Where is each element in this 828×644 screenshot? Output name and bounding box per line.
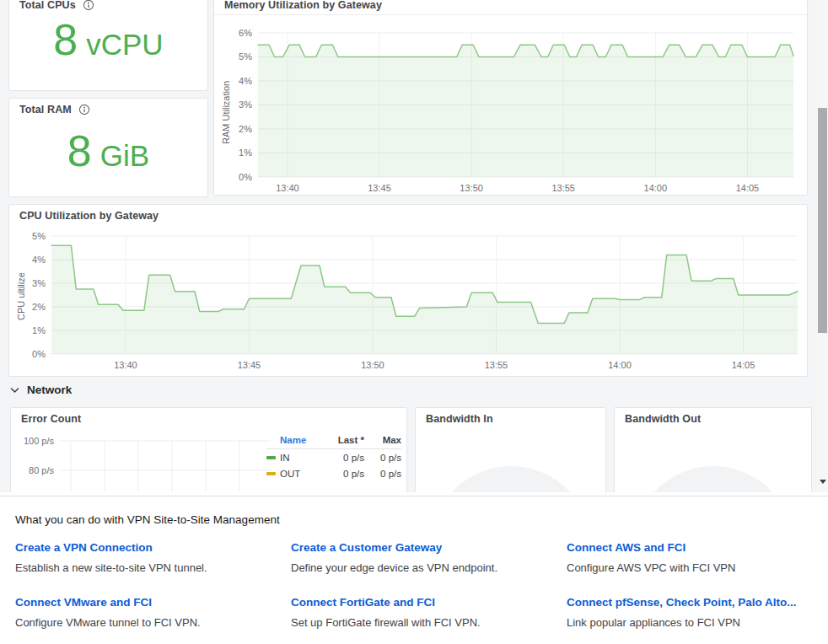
legend-max-value: 0 p/s bbox=[364, 453, 401, 463]
series-swatch-out bbox=[266, 472, 276, 475]
network-section-toggle[interactable]: Network bbox=[10, 384, 72, 396]
panel-total-cpus: Total CPUs 8 vCPU bbox=[8, 0, 208, 91]
legend-series-name: IN bbox=[280, 453, 290, 463]
svg-text:13:50: 13:50 bbox=[460, 183, 483, 193]
help-item-desc: Set up FortiGate firewall with FCI VPN. bbox=[291, 616, 567, 629]
link-create-customer-gateway[interactable]: Create a Customer Gateway bbox=[291, 541, 567, 554]
cpus-unit: vCPU bbox=[86, 30, 163, 59]
network-section-label: Network bbox=[27, 384, 72, 396]
panel-cpu-utilization: CPU Utilization by Gateway CPU ultilize … bbox=[8, 204, 808, 377]
ram-number: 8 bbox=[67, 129, 92, 173]
panel-memory-title[interactable]: Memory Utilization by Gateway bbox=[214, 0, 807, 15]
help-item: Connect pfSense, Check Point, Palo Alto.… bbox=[567, 596, 828, 629]
chevron-down-icon bbox=[10, 387, 19, 394]
help-item-desc: Establish a new site-to-site VPN tunnel. bbox=[15, 561, 291, 574]
svg-text:14:00: 14:00 bbox=[608, 360, 632, 370]
panel-total-ram-title[interactable]: Total RAM bbox=[19, 104, 72, 115]
panel-memory-utilization: Memory Utilization by Gateway RAM Utiliz… bbox=[213, 0, 808, 196]
svg-text:14:05: 14:05 bbox=[736, 183, 760, 193]
bandwidth-in-gauge-area bbox=[416, 408, 605, 492]
cpus-number: 8 bbox=[53, 18, 78, 62]
svg-text:13:40: 13:40 bbox=[114, 360, 137, 370]
help-links-grid: Create a VPN Connection Establish a new … bbox=[15, 541, 828, 629]
help-item: Create a Customer Gateway Define your ed… bbox=[291, 541, 567, 574]
cpu-utilization-chart[interactable]: 0%1%2%3%4%5%13:4013:4513:5013:5514:0014:… bbox=[16, 220, 802, 376]
help-heading: What you can do with VPN Site-to-Site Ma… bbox=[15, 513, 828, 526]
legend-max-value: 0 p/s bbox=[364, 469, 401, 479]
legend-row-in[interactable]: IN 0 p/s 0 p/s bbox=[266, 449, 401, 465]
link-connect-aws-fci[interactable]: Connect AWS and FCI bbox=[567, 541, 828, 554]
panel-error-count-title[interactable]: Error Count bbox=[11, 408, 406, 428]
svg-text:4%: 4% bbox=[239, 76, 252, 86]
svg-text:14:00: 14:00 bbox=[644, 183, 668, 193]
svg-text:2%: 2% bbox=[239, 124, 252, 134]
panel-bandwidth-in: Bandwidth In bbox=[415, 407, 606, 492]
gauge-arc bbox=[633, 466, 793, 492]
svg-text:2%: 2% bbox=[32, 302, 46, 312]
svg-text:0%: 0% bbox=[32, 349, 46, 359]
gauge-arc bbox=[431, 466, 591, 492]
panel-total-ram: Total RAM 8 GiB bbox=[8, 98, 208, 197]
svg-text:13:50: 13:50 bbox=[361, 360, 384, 370]
help-item-desc: Configure AWS VPC with FCI VPN bbox=[567, 561, 828, 574]
info-icon[interactable] bbox=[83, 0, 94, 11]
panel-error-count: Error Count 100 p/s80 p/s Name Last * Ma… bbox=[10, 407, 407, 492]
help-item-desc: Define your edge device as VPN endpoint. bbox=[291, 561, 567, 574]
legend-header-last[interactable]: Last * bbox=[322, 435, 364, 445]
help-item: Connect AWS and FCI Configure AWS VPC wi… bbox=[567, 541, 828, 574]
link-connect-pfsense-checkpoint-paloalto[interactable]: Connect pfSense, Check Point, Palo Alto.… bbox=[567, 596, 828, 609]
vertical-scrollbar-thumb[interactable] bbox=[818, 108, 827, 333]
svg-text:13:55: 13:55 bbox=[551, 183, 575, 193]
dashboard-scroll-area: Total CPUs 8 vCPU Total RAM bbox=[0, 0, 828, 492]
legend-row-out[interactable]: OUT 0 p/s 0 p/s bbox=[266, 465, 401, 481]
info-icon[interactable] bbox=[78, 104, 90, 115]
svg-text:3%: 3% bbox=[32, 278, 46, 288]
error-count-legend: Name Last * Max IN 0 p/s 0 p/s OUT bbox=[266, 432, 401, 481]
legend-series-name: OUT bbox=[280, 469, 300, 479]
svg-text:13:55: 13:55 bbox=[485, 360, 508, 370]
svg-text:4%: 4% bbox=[32, 255, 46, 265]
link-connect-vmware-fci[interactable]: Connect VMware and FCI bbox=[15, 596, 291, 609]
help-section: What you can do with VPN Site-to-Site Ma… bbox=[0, 496, 828, 644]
series-swatch-in bbox=[266, 456, 276, 459]
svg-text:80 p/s: 80 p/s bbox=[29, 465, 54, 475]
svg-text:0%: 0% bbox=[239, 172, 252, 182]
svg-text:14:05: 14:05 bbox=[732, 360, 755, 370]
svg-text:6%: 6% bbox=[239, 28, 252, 38]
link-create-vpn-connection[interactable]: Create a VPN Connection bbox=[15, 541, 291, 554]
total-cpus-value: 8 vCPU bbox=[9, 18, 207, 62]
link-connect-fortigate-fci[interactable]: Connect FortiGate and FCI bbox=[291, 596, 567, 609]
panel-bandwidth-out: Bandwidth Out bbox=[614, 407, 812, 492]
svg-text:13:45: 13:45 bbox=[368, 183, 391, 193]
dashboard-page: Total CPUs 8 vCPU Total RAM bbox=[0, 0, 828, 644]
svg-text:100 p/s: 100 p/s bbox=[24, 436, 55, 446]
memory-utilization-chart[interactable]: 0%1%2%3%4%5%6%13:4013:4513:5013:5514:001… bbox=[221, 18, 802, 195]
help-item-desc: Link popular appliances to FCI VPN bbox=[567, 616, 828, 629]
legend-last-value: 0 p/s bbox=[322, 453, 364, 463]
svg-text:13:40: 13:40 bbox=[276, 183, 299, 193]
legend-header-max[interactable]: Max bbox=[364, 435, 401, 445]
scrollbar-down-arrow-icon[interactable] bbox=[819, 477, 827, 486]
bandwidth-out-gauge-area bbox=[615, 408, 811, 492]
help-item-desc: Configure VMware tunnel to FCI VPN. bbox=[15, 616, 291, 629]
help-item: Connect FortiGate and FCI Set up FortiGa… bbox=[291, 596, 567, 629]
svg-text:1%: 1% bbox=[239, 148, 252, 158]
svg-text:3%: 3% bbox=[239, 99, 252, 110]
panel-total-cpus-title[interactable]: Total CPUs bbox=[19, 0, 76, 11]
total-ram-value: 8 GiB bbox=[9, 129, 207, 173]
help-item: Connect VMware and FCI Configure VMware … bbox=[15, 596, 291, 629]
ram-unit: GiB bbox=[100, 141, 149, 170]
legend-last-value: 0 p/s bbox=[322, 469, 364, 479]
svg-text:5%: 5% bbox=[239, 51, 252, 62]
svg-text:13:45: 13:45 bbox=[238, 360, 261, 370]
svg-text:1%: 1% bbox=[32, 325, 46, 335]
legend-header-name[interactable]: Name bbox=[266, 435, 322, 445]
help-item: Create a VPN Connection Establish a new … bbox=[15, 541, 291, 574]
svg-text:5%: 5% bbox=[32, 231, 46, 241]
